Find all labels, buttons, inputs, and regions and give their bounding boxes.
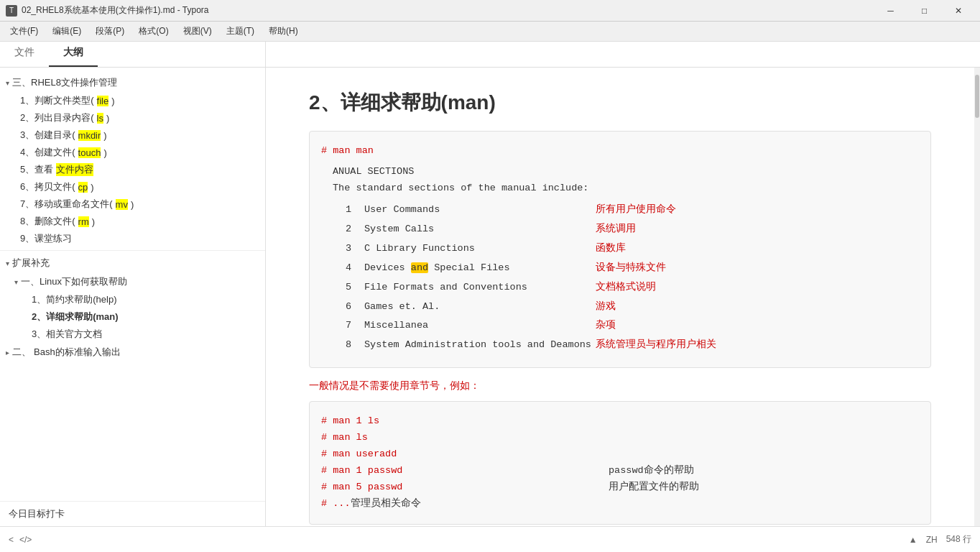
tab-outline[interactable]: 大纲 xyxy=(49,42,98,67)
table-row: 5 File Formats and Conventions 文档格式说明 xyxy=(334,279,917,297)
menu-format[interactable]: 格式(O) xyxy=(131,22,175,40)
sidebar-group-extend[interactable]: 扩展补充 xyxy=(0,254,265,272)
main-container: 三、RHEL8文件操作管理 1、判断文件类型(file) 2、列出目录内容(ls… xyxy=(0,68,980,526)
table-row: 3 C Library Functions 函数库 xyxy=(334,240,917,258)
divider1 xyxy=(0,250,265,251)
titlebar-title: 02_RHEL8系统基本使用(文件操作1).md - Typora xyxy=(22,4,209,17)
collapse-icon xyxy=(6,79,9,87)
table-row: 7 Miscellanea 杂项 xyxy=(334,317,917,335)
titlebar: T 02_RHEL8系统基本使用(文件操作1).md - Typora ─ □ … xyxy=(0,0,980,22)
sidebar-content: 三、RHEL8文件操作管理 1、判断文件类型(file) 2、列出目录内容(ls… xyxy=(0,68,265,501)
sidebar-group-help[interactable]: 一、Linux下如何获取帮助 xyxy=(0,272,265,291)
sidebar-item-practice[interactable]: 9、课堂练习 xyxy=(0,230,265,247)
sidebar-item-help-brief[interactable]: 1、简约求帮助(help) xyxy=(0,291,265,308)
editor-header: 2、详细求帮助(man) xyxy=(309,89,931,116)
sidebar-item-official-docs[interactable]: 3、相关官方文档 xyxy=(0,326,265,343)
sidebar-group-bash[interactable]: 二、Bash的标准输入输出 xyxy=(0,343,265,362)
sidebar-item-touch[interactable]: 4、创建文件(touch) xyxy=(0,144,265,161)
sidebar-item-help-man[interactable]: 2、详细求帮助(man) xyxy=(0,308,265,326)
close-button[interactable]: ✕ xyxy=(942,0,974,22)
table-row: 8 System Administration tools and Deamon… xyxy=(334,336,917,354)
code-line-5: # man 5 passwd 用户配置文件的帮助 xyxy=(321,479,919,496)
table-row: 1 User Commands 所有用户使用命令 xyxy=(334,201,917,219)
language-indicator: ZH xyxy=(926,535,938,545)
tag-icon: </> xyxy=(19,535,32,545)
menu-view[interactable]: 视图(V) xyxy=(176,22,219,40)
menu-edit[interactable]: 编辑(E) xyxy=(45,22,88,40)
sidebar-group-files-label: 三、RHEL8文件操作管理 xyxy=(12,76,117,89)
menu-theme[interactable]: 主题(T) xyxy=(219,22,262,40)
sidebar-footer-text: 今日目标打卡 xyxy=(9,508,65,519)
collapse-icon-bash xyxy=(6,349,9,356)
highlighted-word: and xyxy=(411,262,428,273)
nav-back-icon[interactable]: < xyxy=(9,535,14,545)
table-row: 4 Devices and Special Files 设备与特殊文件 xyxy=(334,259,917,277)
editor-area[interactable]: 2、详细求帮助(man) # man man ANUAL SECTIONS Th… xyxy=(266,68,974,526)
code-anual: ANUAL SECTIONS xyxy=(321,164,919,180)
code-block-man[interactable]: # man man ANUAL SECTIONS The standard se… xyxy=(309,131,931,368)
code-line-1: # man 1 ls xyxy=(321,413,919,430)
bottombar-left: < </> xyxy=(9,535,32,545)
scrollbar-thumb[interactable] xyxy=(975,75,979,118)
bottombar: < </> ▲ ZH 548 行 xyxy=(0,526,980,552)
table-row: 6 Games et. Al. 游戏 xyxy=(334,298,917,316)
collapse-icon-help xyxy=(14,278,18,286)
sidebar-group-files[interactable]: 三、RHEL8文件操作管理 xyxy=(0,73,265,92)
app-icon: T xyxy=(6,5,17,17)
sidebar-item-mv[interactable]: 7、移动或重命名文件(mv) xyxy=(0,196,265,213)
sidebar-item-mkdir[interactable]: 3、创建目录(mkdir) xyxy=(0,126,265,144)
code-sections-intro: The standard sections of the manual incl… xyxy=(321,180,919,197)
titlebar-left: T 02_RHEL8系统基本使用(文件操作1).md - Typora xyxy=(6,4,209,17)
sidebar-item-file[interactable]: 1、判断文件类型(file) xyxy=(0,92,265,109)
menubar: 文件(F) 编辑(E) 段落(P) 格式(O) 视图(V) 主题(T) 帮助(H… xyxy=(0,22,980,42)
menu-help[interactable]: 帮助(H) xyxy=(262,22,305,40)
sidebar-item-cp[interactable]: 6、拷贝文件(cp) xyxy=(0,178,265,196)
code-line-4: # man 1 passwd passwd命令的帮助 xyxy=(321,463,919,479)
table-row: 2 System Calls 系统调用 xyxy=(334,221,917,239)
line-count: 548 行 xyxy=(946,533,971,546)
sidebar-item-view[interactable]: 5、查看文件内容 xyxy=(0,161,265,178)
minimize-button[interactable]: ─ xyxy=(874,0,907,22)
sidebar-item-ls[interactable]: 2、列出目录内容(ls) xyxy=(0,109,265,126)
red-note: 一般情况是不需要使用章节号，例如： xyxy=(309,380,931,392)
code-prompt-1: # man man xyxy=(321,143,919,160)
collapse-icon-extend xyxy=(6,259,9,267)
menu-file[interactable]: 文件(F) xyxy=(3,22,45,40)
code-line-6: # ...管理员相关命令 xyxy=(321,496,919,512)
tab-files[interactable]: 文件 xyxy=(0,42,49,67)
warning-icon: ▲ xyxy=(909,535,917,545)
code-line-3: # man useradd xyxy=(321,446,919,463)
page-title: 2、详细求帮助(man) xyxy=(309,89,931,116)
code-line-2: # man ls xyxy=(321,430,919,446)
sidebar-item-rm[interactable]: 8、删除文件(rm) xyxy=(0,213,265,230)
sidebar: 三、RHEL8文件操作管理 1、判断文件类型(file) 2、列出目录内容(ls… xyxy=(0,68,266,526)
menu-paragraph[interactable]: 段落(P) xyxy=(88,22,131,40)
maximize-button[interactable]: □ xyxy=(908,0,940,22)
titlebar-controls: ─ □ ✕ xyxy=(874,0,974,22)
editor-wrapper: 2、详细求帮助(man) # man man ANUAL SECTIONS Th… xyxy=(266,68,980,526)
sidebar-group-extend-label: 扩展补充 xyxy=(12,257,50,270)
code-block-examples[interactable]: # man 1 ls # man ls # man useradd # man … xyxy=(309,401,931,525)
editor-scrollbar[interactable] xyxy=(974,68,980,526)
sidebar-group-help-label: 一、Linux下如何获取帮助 xyxy=(21,275,127,288)
bottombar-right: ▲ ZH 548 行 xyxy=(909,533,971,546)
sections-table: 1 User Commands 所有用户使用命令 2 System Calls … xyxy=(321,200,919,356)
sidebar-footer: 今日目标打卡 xyxy=(0,501,265,526)
